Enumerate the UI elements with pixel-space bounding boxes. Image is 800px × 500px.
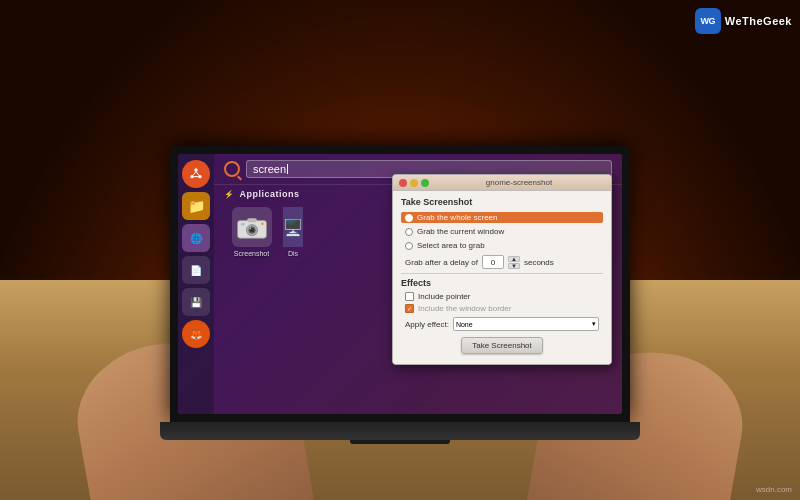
dialog-close-button[interactable] [399, 179, 407, 187]
laptop-screen: 📁 🌐 📄 💾 🦊 screen [178, 154, 622, 414]
laptop-bezel: 📁 🌐 📄 💾 🦊 screen [170, 146, 630, 422]
brand-name: WeTheGeek [725, 15, 792, 27]
apply-effect-row: Apply effect: None ▾ [401, 317, 603, 331]
launcher-app3-icon[interactable]: 💾 [182, 288, 210, 316]
svg-rect-9 [247, 218, 257, 222]
take-screenshot-title: Take Screenshot [401, 197, 603, 207]
wg-logo-text: WG [700, 16, 715, 26]
app-display[interactable]: 🖥️ Dis [283, 207, 303, 257]
checkbox-pointer-label: Include pointer [418, 292, 470, 301]
dialog-traffic-lights [399, 179, 429, 187]
radio-current-window-label: Grab the current window [417, 227, 504, 236]
wg-logo: WG [695, 8, 721, 34]
ubuntu-desktop: 📁 🌐 📄 💾 🦊 screen [178, 154, 622, 414]
apply-select-arrow: ▾ [592, 320, 596, 328]
laptop-keyboard [160, 422, 640, 440]
launcher-files-icon[interactable]: 📁 [182, 192, 210, 220]
apply-effect-select[interactable]: None ▾ [453, 317, 599, 331]
svg-point-15 [261, 223, 263, 225]
dialog-maximize-button[interactable] [421, 179, 429, 187]
app-screenshot[interactable]: Screenshot [224, 207, 279, 257]
search-icon [224, 161, 240, 177]
ubuntu-launcher: 📁 🌐 📄 💾 🦊 [178, 154, 214, 414]
checkbox-border-label: Include the window border [418, 304, 511, 313]
launcher-ubuntu-icon[interactable] [182, 160, 210, 188]
screenshot-app-label: Screenshot [234, 250, 269, 257]
checkbox-check-icon: ✓ [407, 306, 412, 312]
radio-whole-screen[interactable]: Grab the whole screen [401, 212, 603, 223]
delay-value: 0 [491, 258, 495, 267]
checkbox-border: ✓ Include the window border [401, 304, 603, 313]
dialog-divider [401, 273, 603, 274]
delay-label: Grab after a delay of [405, 258, 478, 267]
checkbox-pointer: Include pointer [401, 292, 603, 301]
display-app-icon: 🖥️ [283, 207, 303, 247]
apply-effect-value: None [456, 321, 473, 328]
laptop: 📁 🌐 📄 💾 🦊 screen [140, 146, 660, 440]
display-app-label: Dis [288, 250, 298, 257]
delay-row: Grab after a delay of 0 ▲ ▼ seconds [401, 255, 603, 269]
radio-whole-screen-label: Grab the whole screen [417, 213, 498, 222]
search-cursor [287, 164, 288, 174]
dialog-title: gnome-screenshot [433, 178, 605, 187]
radio-select-area[interactable]: Select area to grab [401, 240, 603, 251]
radio-select-area-dot [405, 242, 413, 250]
launcher-app2-icon[interactable]: 📄 [182, 256, 210, 284]
watermark: WG WeTheGeek [695, 8, 792, 34]
radio-select-area-label: Select area to grab [417, 241, 485, 250]
gnome-screenshot-dialog: gnome-screenshot Take Screenshot Grab th… [392, 174, 612, 365]
delay-input[interactable]: 0 [482, 255, 504, 269]
search-text: screen [253, 163, 286, 175]
dialog-titlebar: gnome-screenshot [393, 175, 611, 191]
svg-point-1 [194, 168, 197, 171]
delay-decrement-button[interactable]: ▼ [508, 263, 520, 269]
launcher-app1-icon[interactable]: 🌐 [182, 224, 210, 252]
delay-increment-button[interactable]: ▲ [508, 256, 520, 262]
checkbox-pointer-box[interactable] [405, 292, 414, 301]
delay-unit: seconds [524, 258, 554, 267]
take-screenshot-button[interactable]: Take Screenshot [461, 337, 543, 354]
delay-buttons: ▲ ▼ [508, 256, 520, 269]
launcher-firefox-icon[interactable]: 🦊 [182, 320, 210, 348]
dialog-body: Take Screenshot Grab the whole screen Gr… [393, 191, 611, 364]
svg-point-13 [249, 228, 251, 230]
wsdn-text: wsdn.com [756, 485, 792, 494]
radio-whole-screen-dot [405, 214, 413, 222]
effects-title: Effects [401, 278, 603, 288]
radio-current-window-dot [405, 228, 413, 236]
apps-section-icon: ⚡ [224, 190, 235, 199]
radio-current-window[interactable]: Grab the current window [401, 226, 603, 237]
checkbox-border-box[interactable]: ✓ [405, 304, 414, 313]
wsdn-watermark: wsdn.com [756, 485, 792, 494]
dialog-minimize-button[interactable] [410, 179, 418, 187]
apply-label: Apply effect: [405, 320, 449, 329]
screenshot-app-icon [232, 207, 272, 247]
svg-rect-14 [240, 223, 244, 225]
apps-section-label: Applications [240, 189, 300, 199]
